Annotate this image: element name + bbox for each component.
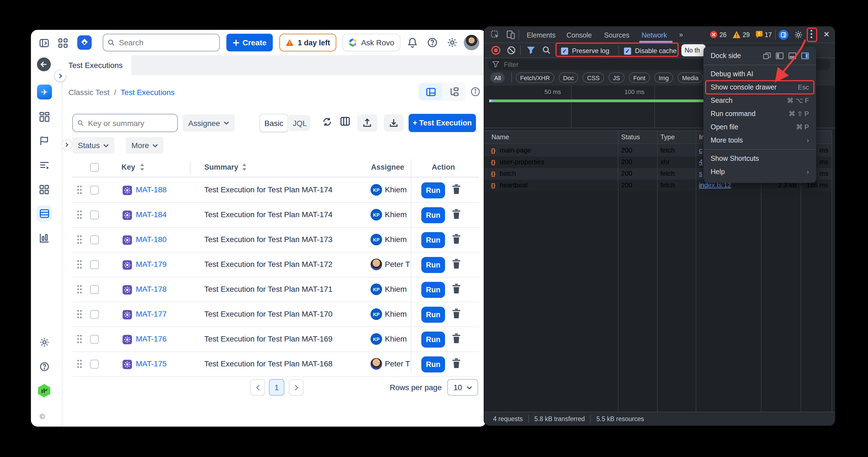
column-type[interactable]: Type: [660, 133, 675, 141]
run-button[interactable]: Run: [421, 332, 445, 348]
delete-trash-icon[interactable]: [452, 209, 462, 220]
create-button[interactable]: Create: [226, 34, 273, 51]
delete-trash-icon[interactable]: [452, 234, 462, 245]
devtools-settings-gear-icon[interactable]: [794, 30, 803, 39]
column-header-key[interactable]: Key: [122, 163, 135, 171]
tab-network[interactable]: Network: [642, 31, 667, 39]
select-all-checkbox[interactable]: [90, 163, 99, 172]
jira-logo[interactable]: [77, 35, 92, 50]
sort-icon[interactable]: [140, 163, 145, 171]
next-page-button[interactable]: [289, 379, 304, 396]
issue-key-link[interactable]: MAT-176: [136, 334, 167, 343]
menu-item-show-shortcuts[interactable]: Show Shortcuts: [704, 152, 816, 165]
jql-mode-button[interactable]: JQL: [289, 115, 310, 131]
filter-chip[interactable]: CSS: [583, 73, 604, 83]
tree-view-button[interactable]: [442, 83, 465, 100]
import-button[interactable]: [357, 114, 377, 132]
filters-expand-button[interactable]: [61, 139, 72, 150]
issue-summary[interactable]: Test Execution for Test Plan MAT-174: [204, 185, 332, 194]
throttling-select[interactable]: No th: [681, 44, 706, 56]
breadcrumb-page-link[interactable]: Test Executions: [121, 88, 175, 97]
request-initiator-link[interactable]: c: [699, 146, 702, 154]
page-1-button[interactable]: 1: [269, 379, 284, 396]
request-name[interactable]: main-page: [500, 146, 531, 154]
menu-item-help[interactable]: Help ›: [704, 165, 816, 178]
new-test-execution-button[interactable]: + Test Execution: [409, 114, 476, 132]
filter-chip-all[interactable]: All: [490, 73, 505, 83]
ask-rovo-button[interactable]: Ask Rovo: [342, 34, 400, 51]
sort-icon[interactable]: [242, 163, 247, 171]
run-button[interactable]: Run: [421, 282, 445, 298]
device-toolbar-icon[interactable]: [506, 30, 515, 39]
column-header-assignee[interactable]: Assignee: [371, 163, 404, 171]
sidebar-settings-icon[interactable]: [36, 334, 52, 350]
sidebar-item-flag[interactable]: [36, 133, 52, 149]
filter-toggle-icon[interactable]: [527, 47, 535, 54]
more-filters-dropdown[interactable]: More: [126, 137, 163, 153]
project-avatar-xray[interactable]: ✈: [37, 85, 52, 99]
back-button[interactable]: [37, 57, 51, 71]
issue-key-link[interactable]: MAT-177: [136, 310, 167, 318]
issue-summary[interactable]: Test Execution for Test Plan MAT-174: [204, 210, 332, 219]
row-checkbox[interactable]: [90, 310, 99, 319]
run-button[interactable]: Run: [421, 356, 445, 372]
request-name[interactable]: user-properties: [500, 158, 544, 166]
menu-item-search[interactable]: Search ⌘ ⌥ F: [704, 94, 816, 107]
run-button[interactable]: Run: [421, 182, 445, 198]
record-network-log-icon[interactable]: [491, 46, 500, 55]
sidebar-help-icon[interactable]: [36, 359, 52, 374]
tab-test-executions[interactable]: Test Executions: [62, 55, 131, 75]
menu-item-more-tools[interactable]: More tools ›: [704, 134, 816, 147]
issue-key-link[interactable]: MAT-188: [136, 185, 167, 194]
dock-left-icon[interactable]: [776, 53, 783, 59]
run-button[interactable]: Run: [421, 257, 445, 273]
drag-handle-icon[interactable]: [77, 186, 79, 187]
collapse-sidebar-icon[interactable]: [39, 37, 50, 49]
row-checkbox[interactable]: [90, 260, 99, 269]
layout-view-button[interactable]: [419, 83, 442, 100]
row-checkbox[interactable]: [90, 335, 99, 344]
drag-handle-icon[interactable]: [77, 335, 79, 337]
sidebar-item-test-runs[interactable]: [36, 158, 52, 173]
filter-chip[interactable]: Img: [654, 73, 673, 83]
breadcrumb-project[interactable]: Classic Test: [68, 88, 110, 97]
request-initiator-link[interactable]: s: [699, 170, 702, 177]
issue-summary[interactable]: Test Execution for Test Plan MAT-168: [204, 359, 332, 368]
issue-summary[interactable]: Test Execution for Test Plan MAT-173: [204, 235, 332, 244]
app-switcher-icon[interactable]: [58, 38, 68, 48]
close-devtools-icon[interactable]: ✕: [823, 30, 830, 39]
filter-chip[interactable]: Fetch/XHR: [516, 73, 554, 83]
assignee-filter-dropdown[interactable]: Assignee: [183, 114, 235, 132]
column-header-summary[interactable]: Summary: [204, 163, 238, 171]
column-name[interactable]: Name: [491, 133, 509, 141]
dock-right-icon-selected[interactable]: [801, 53, 809, 59]
filter-chip[interactable]: Font: [629, 73, 650, 83]
error-count-badge[interactable]: 26: [710, 31, 726, 38]
settings-gear-icon[interactable]: [447, 37, 458, 48]
notifications-bell-icon[interactable]: [407, 37, 418, 48]
copyright-icon[interactable]: ©: [40, 412, 45, 421]
warning-count-badge[interactable]: 29: [733, 31, 750, 38]
network-search-icon[interactable]: [542, 46, 551, 54]
ai-assistance-icon[interactable]: [779, 30, 788, 40]
tab-console[interactable]: Console: [566, 31, 592, 39]
global-search[interactable]: [103, 34, 220, 51]
run-button[interactable]: Run: [421, 207, 445, 223]
sidebar-item-apps[interactable]: [36, 182, 52, 197]
menu-item-debug-with-ai[interactable]: Debug with AI: [704, 67, 816, 81]
issue-summary[interactable]: Test Execution for Test Plan MAT-169: [204, 334, 332, 343]
status-filter-dropdown[interactable]: Status: [72, 137, 114, 153]
prev-page-button[interactable]: [250, 379, 265, 396]
delete-trash-icon[interactable]: [452, 308, 462, 319]
filter-chip[interactable]: JS: [609, 73, 624, 83]
sidebar-item-test-executions[interactable]: [36, 206, 52, 221]
user-avatar[interactable]: [464, 35, 479, 50]
row-checkbox[interactable]: [90, 186, 99, 195]
drag-handle-icon[interactable]: [77, 260, 79, 262]
delete-trash-icon[interactable]: [452, 284, 462, 294]
request-name[interactable]: batch: [500, 170, 516, 177]
drag-handle-icon[interactable]: [77, 210, 79, 212]
help-icon[interactable]: [427, 37, 438, 48]
menu-item-dock-side[interactable]: Dock side: [704, 49, 816, 62]
more-tabs-chevron[interactable]: »: [679, 31, 683, 39]
